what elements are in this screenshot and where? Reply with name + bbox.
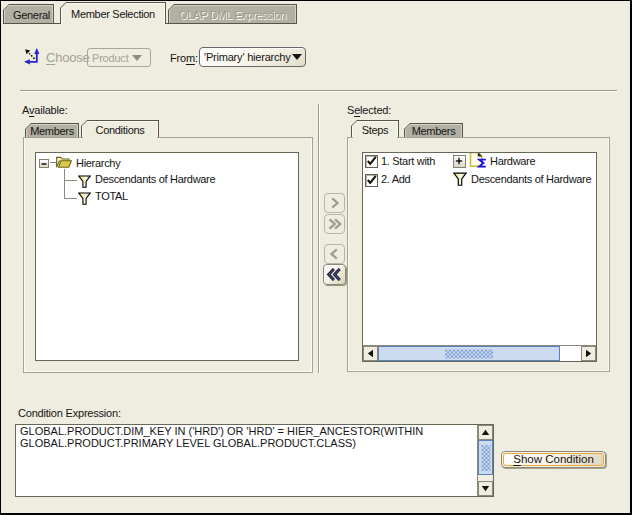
group-divider-highlight (319, 104, 320, 373)
filter-funnel-icon (78, 175, 91, 188)
tree-item-total[interactable]: TOTAL (95, 187, 128, 205)
condition-expression-box[interactable]: GLOBAL.PRODUCT.DIM_KEY IN ('HRD') OR 'HR… (15, 424, 494, 497)
chevron-double-right-icon (325, 214, 344, 234)
step2-checkbox[interactable] (365, 174, 378, 187)
chevron-right-icon (325, 193, 344, 213)
member-sigma-icon (469, 152, 487, 169)
condition-expression-label: Condition Expression: (18, 407, 121, 420)
move-all-left-button[interactable] (323, 264, 346, 285)
toolbar-separator-highlight (20, 91, 617, 92)
selected-tab-steps[interactable]: Steps (351, 120, 399, 138)
selected-tab-members-label: Members (404, 124, 463, 137)
minus-icon (40, 160, 48, 168)
mnemonic-underline: C (46, 50, 55, 65)
scroll-right-button[interactable] (581, 346, 596, 361)
scroll-down-button[interactable] (478, 481, 493, 496)
selected-tab-members[interactable]: Members (404, 123, 463, 137)
label-text: A (22, 104, 29, 116)
filter-funnel-icon (78, 192, 91, 205)
tree-connector (64, 169, 65, 198)
condition-vscrollbar (477, 425, 493, 496)
check-icon (365, 173, 378, 186)
condition-text-line2: GLOBAL.PRODUCT.PRIMARY LEVEL GLOBAL.PROD… (20, 437, 356, 449)
available-tab-members-label: Members (25, 124, 79, 137)
hierarchy-combo-value: 'Primary' hierarchy (200, 51, 292, 63)
step1-expand-toggle[interactable] (453, 155, 466, 168)
choose-dimension-icon (22, 46, 42, 66)
triangle-right-icon (584, 349, 593, 358)
dimension-combo[interactable]: Product (87, 48, 151, 67)
step2-item[interactable]: Descendants of Hardware (471, 170, 591, 188)
tree-connector (64, 198, 77, 199)
tabstrip-line-left (3, 23, 60, 24)
move-all-right-button[interactable] (324, 214, 345, 234)
show-condition-button[interactable]: Show Condition (501, 451, 606, 468)
triangle-up-icon (481, 428, 490, 437)
label-text: : (195, 52, 198, 64)
hierarchy-combo-arrow-icon (292, 54, 302, 60)
mnemonic-underline: m (186, 52, 195, 64)
label-text: lected: (360, 104, 391, 116)
scroll-up-button[interactable] (478, 425, 493, 440)
step1-checkbox[interactable] (365, 155, 378, 168)
tree-item-descendants[interactable]: Descendants of Hardware (95, 170, 215, 188)
hierarchy-combo[interactable]: 'Primary' hierarchy (199, 47, 306, 67)
member-selection-dialog: General Member Selection OLAP DML Expres… (0, 0, 632, 515)
label-text: Fro (170, 52, 186, 64)
tree-connector (64, 180, 77, 181)
tab-olap-dml-expression[interactable]: OLAP DML Expression (168, 4, 297, 23)
move-left-button[interactable] (324, 244, 345, 264)
chevron-left-icon (325, 244, 344, 264)
condition-text-line1: GLOBAL.PRODUCT.DIM_KEY IN ('HRD') OR 'HR… (20, 425, 423, 437)
scroll-thumb-grip (481, 445, 490, 471)
scroll-thumb-grip (445, 349, 493, 358)
triangle-down-icon (481, 484, 490, 493)
triangle-left-icon (366, 349, 375, 358)
tab-general-label: General (3, 6, 54, 23)
from-label: From: (170, 52, 198, 65)
vscroll-thumb[interactable] (478, 440, 493, 475)
folder-open-icon (56, 156, 72, 168)
mnemonic-underline: S (513, 453, 521, 465)
tabstrip-line-right (166, 23, 297, 24)
available-tab-conditions-label: Conditions (81, 122, 159, 138)
available-tab-members[interactable]: Members (25, 123, 79, 137)
dimension-combo-arrow-icon (132, 55, 142, 61)
available-tab-conditions[interactable]: Conditions (81, 120, 159, 138)
plus-icon (454, 156, 464, 166)
tab-general[interactable]: General (3, 4, 54, 23)
selected-label: Selected: (347, 104, 391, 117)
tree-collapse-toggle[interactable] (39, 159, 49, 168)
window-border-top (0, 0, 632, 1)
chevron-double-left-icon (324, 264, 345, 285)
available-label: Available: (22, 104, 68, 117)
hscroll-thumb[interactable] (378, 346, 560, 361)
scroll-left-button[interactable] (363, 346, 378, 361)
check-icon (365, 154, 378, 167)
move-right-button[interactable] (324, 193, 345, 213)
tab-member-selection-label: Member Selection (60, 4, 166, 24)
filter-funnel-icon (453, 172, 467, 186)
step1-label[interactable]: 1. Start with (381, 152, 435, 170)
label-text: ailable: (34, 104, 67, 116)
tab-olap-dml-label: OLAP DML Expression (168, 6, 297, 23)
steps-list: 1. Start with Hardware 2. Add Descendant… (362, 152, 597, 362)
show-condition-button-label: Show Condition (503, 453, 604, 466)
dimension-combo-value: Product (88, 52, 132, 64)
choose-label: Choose (46, 51, 90, 64)
selected-tab-steps-label: Steps (351, 122, 399, 138)
conditions-tree: Hierarchy Descendants of Hardware TOTAL (35, 152, 299, 361)
steps-hscrollbar (363, 345, 596, 361)
window-border-left (0, 0, 1, 515)
label-text: how Condition (521, 453, 594, 465)
tab-member-selection[interactable]: Member Selection (60, 2, 166, 24)
label-text: hoose (55, 50, 89, 65)
step1-item[interactable]: Hardware (490, 152, 535, 170)
step2-label[interactable]: 2. Add (381, 170, 410, 188)
